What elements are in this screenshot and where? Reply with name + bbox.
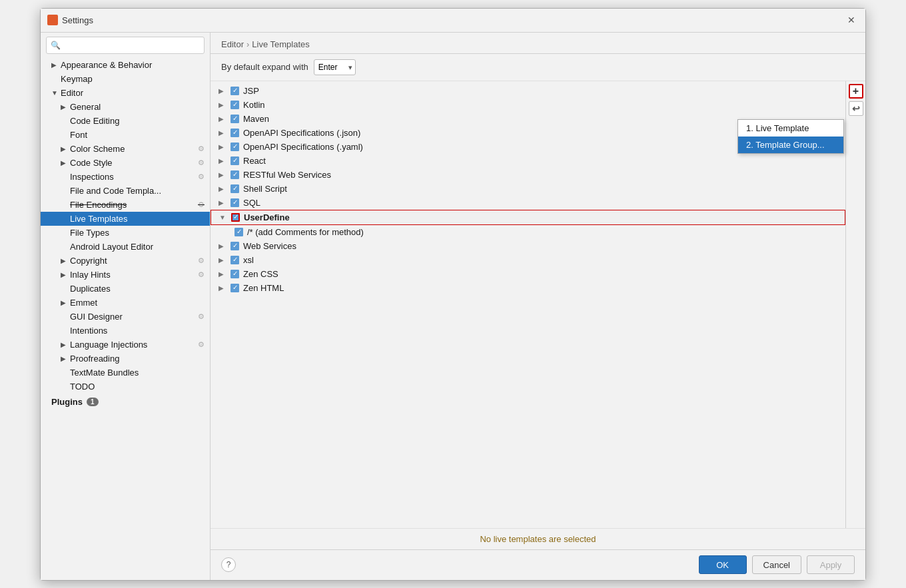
cancel-button[interactable]: Cancel xyxy=(752,555,801,574)
template-item-comment-method[interactable]: /* (add Comments for method) xyxy=(211,225,845,239)
plugins-badge: 1 xyxy=(87,398,99,406)
sidebar-item-live-templates[interactable]: Live Templates xyxy=(41,212,210,226)
breadcrumb-live-templates: Live Templates xyxy=(252,39,309,49)
sidebar-item-duplicates[interactable]: Duplicates xyxy=(41,282,210,296)
sidebar-item-code-editing[interactable]: Code Editing xyxy=(41,114,210,128)
template-group-shell[interactable]: ▶ Shell Script xyxy=(211,182,845,196)
group-checkbox-sql[interactable] xyxy=(230,198,239,207)
popup-menu-item-live-template[interactable]: 1. Live Template xyxy=(738,120,843,137)
group-label-web-services: Web Services xyxy=(243,241,296,251)
sidebar-item-textmate[interactable]: TextMate Bundles xyxy=(41,366,210,380)
group-label-shell: Shell Script xyxy=(243,184,287,194)
add-button[interactable]: + xyxy=(849,84,863,99)
group-checkbox-maven[interactable] xyxy=(230,115,239,123)
sidebar-item-label: Live Templates xyxy=(70,214,127,224)
chevron-right-icon: ▶ xyxy=(219,284,226,292)
main-content: ▶ Appearance & Behavior Keymap ▼ Editor … xyxy=(41,33,865,580)
panel-header: Editor › Live Templates xyxy=(211,33,865,54)
help-button[interactable]: ? xyxy=(221,557,236,572)
search-input[interactable] xyxy=(51,41,200,50)
template-list-container: ▶ JSP ▶ Kotlin ▶ Maven xyxy=(211,81,865,528)
settings-icon: ⚙ xyxy=(198,340,205,349)
template-group-react[interactable]: ▶ React xyxy=(211,154,845,168)
chevron-down-icon: ▼ xyxy=(51,89,61,97)
template-group-sql[interactable]: ▶ SQL xyxy=(211,196,845,210)
sidebar-item-label: TODO xyxy=(70,382,95,392)
item-label-comment: /* (add Comments for method) xyxy=(247,227,364,237)
sidebar-item-android-layout[interactable]: Android Layout Editor xyxy=(41,240,210,254)
group-checkbox-shell[interactable] xyxy=(230,184,239,193)
chevron-right-icon: ▶ xyxy=(61,103,70,111)
sidebar-item-code-style[interactable]: ▶ Code Style ⚙ xyxy=(41,156,210,170)
group-checkbox-zen-html[interactable] xyxy=(230,284,239,292)
sidebar-item-label: Android Layout Editor xyxy=(70,242,153,252)
sidebar-item-label: Intentions xyxy=(70,326,107,336)
sidebar-item-intentions[interactable]: Intentions xyxy=(41,324,210,338)
sidebar-item-file-encodings[interactable]: File Encodings ⚙ xyxy=(41,198,210,212)
sidebar-item-editor[interactable]: ▼ Editor xyxy=(41,86,210,100)
chevron-right-icon: ▶ xyxy=(61,257,70,264)
template-group-restful[interactable]: ▶ RESTful Web Services xyxy=(211,168,845,182)
group-checkbox-react[interactable] xyxy=(230,156,239,165)
sidebar-item-plugins[interactable]: Plugins 1 xyxy=(41,394,210,409)
chevron-right-icon: ▶ xyxy=(219,199,226,206)
group-checkbox-openapi-yaml[interactable] xyxy=(230,143,239,151)
sidebar-item-label: GUI Designer xyxy=(70,312,123,322)
sidebar-item-general[interactable]: ▶ General xyxy=(41,100,210,114)
template-group-web-services[interactable]: ▶ Web Services xyxy=(211,239,845,253)
chevron-right-icon: ▶ xyxy=(219,157,226,164)
search-box[interactable] xyxy=(46,37,205,54)
sidebar-item-inspections[interactable]: Inspections ⚙ xyxy=(41,170,210,184)
popup-menu-item-template-group[interactable]: 2. Template Group... xyxy=(738,137,843,153)
template-group-zen-css[interactable]: ▶ Zen CSS xyxy=(211,267,845,281)
sidebar-item-inlay-hints[interactable]: ▶ Inlay Hints ⚙ xyxy=(41,268,210,282)
chevron-right-icon: ▶ xyxy=(219,143,226,150)
group-checkbox-zen-css[interactable] xyxy=(230,270,239,278)
template-group-userdefine[interactable]: ▼ UserDefine xyxy=(211,210,845,225)
group-label-maven: Maven xyxy=(243,114,269,124)
expand-dropdown[interactable]: Enter Tab Space xyxy=(314,59,356,75)
sidebar-item-language-injections[interactable]: ▶ Language Injections ⚙ xyxy=(41,338,210,352)
close-button[interactable]: ✕ xyxy=(844,13,859,27)
template-group-kotlin[interactable]: ▶ Kotlin xyxy=(211,98,845,112)
sidebar-item-appearance[interactable]: ▶ Appearance & Behavior xyxy=(41,58,210,72)
sidebar-item-font[interactable]: Font xyxy=(41,128,210,142)
sidebar-item-keymap[interactable]: Keymap xyxy=(41,72,210,86)
sidebar-item-label: Keymap xyxy=(61,74,93,84)
group-checkbox-userdefine[interactable] xyxy=(231,213,240,222)
sidebar-item-label: Duplicates xyxy=(70,284,111,294)
template-group-xsl[interactable]: ▶ xsl xyxy=(211,253,845,267)
sidebar-item-copyright[interactable]: ▶ Copyright ⚙ xyxy=(41,254,210,268)
group-checkbox-openapi-json[interactable] xyxy=(230,129,239,137)
chevron-right-icon: ▶ xyxy=(61,145,70,152)
sidebar-item-file-code-templates[interactable]: File and Code Templa... xyxy=(41,184,210,198)
group-label-react: React xyxy=(243,156,266,166)
sidebar-item-todo[interactable]: TODO xyxy=(41,380,210,394)
template-group-zen-html[interactable]: ▶ Zen HTML xyxy=(211,281,845,295)
sidebar-item-color-scheme[interactable]: ▶ Color Scheme ⚙ xyxy=(41,142,210,156)
group-checkbox-xsl[interactable] xyxy=(230,256,239,264)
chevron-right-icon: ▶ xyxy=(61,271,70,278)
sidebar-item-proofreading[interactable]: ▶ Proofreading xyxy=(41,352,210,366)
group-checkbox-restful[interactable] xyxy=(230,170,239,179)
apply-button[interactable]: Apply xyxy=(807,555,855,574)
sidebar-item-emmet[interactable]: ▶ Emmet xyxy=(41,296,210,310)
sidebar-item-label: Inlay Hints xyxy=(70,270,111,280)
sidebar-item-label: Color Scheme xyxy=(70,144,125,154)
sidebar-item-file-types[interactable]: File Types xyxy=(41,226,210,240)
breadcrumb-separator: › xyxy=(246,39,249,49)
group-checkbox-jsp[interactable] xyxy=(230,87,239,95)
template-group-jsp[interactable]: ▶ JSP xyxy=(211,84,845,98)
chevron-right-icon: ▶ xyxy=(219,171,226,178)
sidebar-item-label: File Types xyxy=(70,228,109,238)
group-checkbox-kotlin[interactable] xyxy=(230,101,239,109)
chevron-right-icon: ▶ xyxy=(219,256,226,264)
sidebar-item-label: File and Code Templa... xyxy=(70,186,161,196)
item-checkbox-comment[interactable] xyxy=(234,228,243,236)
group-checkbox-web-services[interactable] xyxy=(230,242,239,250)
settings-icon: ⚙ xyxy=(198,145,205,153)
undo-button[interactable]: ↩ xyxy=(849,101,863,116)
sidebar-item-gui-designer[interactable]: GUI Designer ⚙ xyxy=(41,310,210,324)
title-bar: Settings ✕ xyxy=(41,9,865,33)
ok-button[interactable]: OK xyxy=(699,555,747,574)
